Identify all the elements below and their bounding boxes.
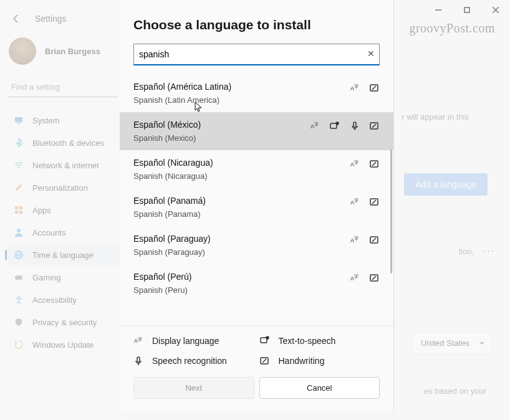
language-english-name: Spanish (Mexico) — [133, 133, 201, 143]
sidebar-item-time-language[interactable]: Time & language — [7, 244, 120, 265]
settings-sidebar: Settings Brian Burgess SystemBluetooth &… — [0, 0, 125, 420]
cursor-icon — [195, 102, 203, 113]
sidebar-item-system[interactable]: System — [7, 110, 120, 131]
language-native-name: Español (Nicaragua) — [133, 158, 213, 168]
partial-text: es based on your — [424, 386, 486, 396]
language-results[interactable]: Español (América Latina)Spanish (Latin A… — [120, 74, 393, 325]
language-option[interactable]: Español (México)Spanish (Mexico)A字 — [120, 112, 393, 150]
svg-rect-10 — [19, 211, 22, 214]
sidebar-item-label: Accessibility — [32, 295, 77, 305]
gamepad-icon — [14, 272, 24, 282]
back-icon[interactable] — [11, 14, 21, 24]
handwriting-icon — [370, 121, 380, 131]
sidebar-item-personalization[interactable]: Personalization — [7, 177, 120, 198]
language-option[interactable]: Español (Panamá)Spanish (Panama)A字 — [120, 188, 393, 226]
sidebar-item-label: Accounts — [32, 228, 65, 237]
monitor-icon — [14, 115, 24, 125]
tts-icon — [330, 121, 340, 131]
display-icon: A字 — [350, 235, 360, 245]
access-icon — [14, 295, 24, 305]
display-icon: A字 — [310, 121, 320, 131]
svg-rect-22 — [330, 123, 337, 128]
display-icon: A字 — [350, 159, 360, 169]
svg-text:字: 字 — [354, 160, 358, 165]
svg-point-11 — [17, 229, 21, 232]
language-search-input[interactable] — [133, 44, 380, 65]
svg-text:字: 字 — [354, 274, 358, 279]
sidebar-item-label: Network & internet — [32, 161, 99, 170]
sidebar-item-bluetooth-devices[interactable]: Bluetooth & devices — [7, 132, 120, 153]
sidebar-item-label: Privacy & security — [32, 318, 97, 327]
language-english-name: Spanish (Nicaragua) — [133, 171, 213, 181]
sidebar-item-label: Apps — [32, 206, 51, 215]
language-native-name: Español (Panamá) — [133, 196, 206, 206]
svg-text:字: 字 — [314, 122, 319, 126]
bluetooth-icon — [14, 138, 24, 148]
cancel-button[interactable]: Cancel — [259, 377, 380, 399]
sidebar-item-label: Bluetooth & devices — [32, 138, 104, 148]
more-options-button[interactable]: ··· — [483, 246, 495, 257]
dialog-title: Choose a language to install — [120, 0, 393, 44]
settings-title: Settings — [35, 14, 67, 24]
display-icon: A字 — [350, 197, 360, 207]
sidebar-item-privacy-security[interactable]: Privacy & security — [7, 312, 120, 333]
clear-search-icon[interactable]: ✕ — [367, 49, 375, 59]
legend-label: Display language — [152, 336, 219, 346]
settings-nav: SystemBluetooth & devicesNetwork & inter… — [7, 110, 120, 355]
shield-icon — [14, 317, 24, 327]
sidebar-item-gaming[interactable]: Gaming — [7, 267, 120, 288]
handwriting-icon — [370, 159, 380, 169]
feature-legend: A字Display language Text-to-speech Speech… — [120, 325, 393, 372]
speech-icon — [133, 356, 143, 366]
find-setting-input[interactable] — [7, 77, 117, 97]
avatar[interactable] — [9, 37, 36, 65]
svg-rect-4 — [15, 117, 22, 122]
svg-rect-42 — [137, 357, 140, 362]
add-language-button[interactable]: Add a language — [404, 173, 488, 196]
legend-label: Text-to-speech — [279, 336, 336, 346]
language-native-name: Español (América Latina) — [133, 82, 231, 92]
window-controls — [424, 0, 510, 20]
language-native-name: Español (México) — [133, 120, 201, 130]
svg-text:字: 字 — [354, 198, 358, 203]
svg-point-6 — [18, 167, 20, 169]
sidebar-item-apps[interactable]: Apps — [7, 199, 120, 221]
svg-rect-5 — [17, 123, 21, 124]
sidebar-item-label: Windows Update — [32, 340, 94, 350]
svg-point-23 — [336, 122, 339, 125]
speech-icon — [350, 121, 360, 131]
handwriting-icon — [370, 83, 380, 93]
minimize-button[interactable] — [424, 0, 453, 20]
svg-rect-40 — [261, 338, 267, 343]
close-button[interactable] — [481, 0, 510, 20]
next-button: Next — [133, 377, 254, 399]
svg-rect-1 — [464, 7, 469, 12]
language-option[interactable]: Español (Nicaragua)Spanish (Nicaragua)A字 — [120, 150, 393, 188]
sidebar-item-network-internet[interactable]: Network & internet — [7, 155, 120, 176]
update-icon — [14, 340, 24, 350]
partial-text: r will appear in this — [402, 112, 469, 122]
svg-point-13 — [17, 251, 21, 259]
sidebar-item-label: Time & language — [32, 251, 94, 260]
display-icon: A字 — [350, 83, 360, 93]
language-option[interactable]: Español (Perú)Spanish (Peru)A字 — [120, 264, 393, 302]
maximize-button[interactable] — [453, 0, 481, 20]
language-option[interactable]: Español (Paraguay)Spanish (Paraguay)A字 — [120, 226, 393, 264]
language-option[interactable]: Español (América Latina)Spanish (Latin A… — [120, 74, 393, 112]
svg-point-41 — [266, 336, 269, 339]
language-english-name: Spanish (Paraguay) — [133, 247, 211, 257]
sidebar-item-accessibility[interactable]: Accessibility — [7, 289, 120, 310]
person-icon — [14, 227, 24, 237]
svg-text:字: 字 — [354, 84, 358, 88]
sidebar-item-accounts[interactable]: Accounts — [7, 222, 120, 243]
wifi-icon — [14, 160, 24, 170]
svg-rect-15 — [15, 275, 22, 280]
sidebar-item-windows-update[interactable]: Windows Update — [7, 334, 120, 355]
sidebar-item-label: Gaming — [32, 273, 61, 282]
region-dropdown[interactable]: United States — [411, 332, 493, 355]
handwriting-icon — [370, 273, 380, 283]
scrollbar-thumb[interactable] — [390, 149, 392, 274]
language-english-name: Spanish (Latin America) — [133, 95, 231, 105]
watermark-text: groovyPost.com — [409, 21, 495, 36]
svg-point-16 — [18, 296, 20, 298]
